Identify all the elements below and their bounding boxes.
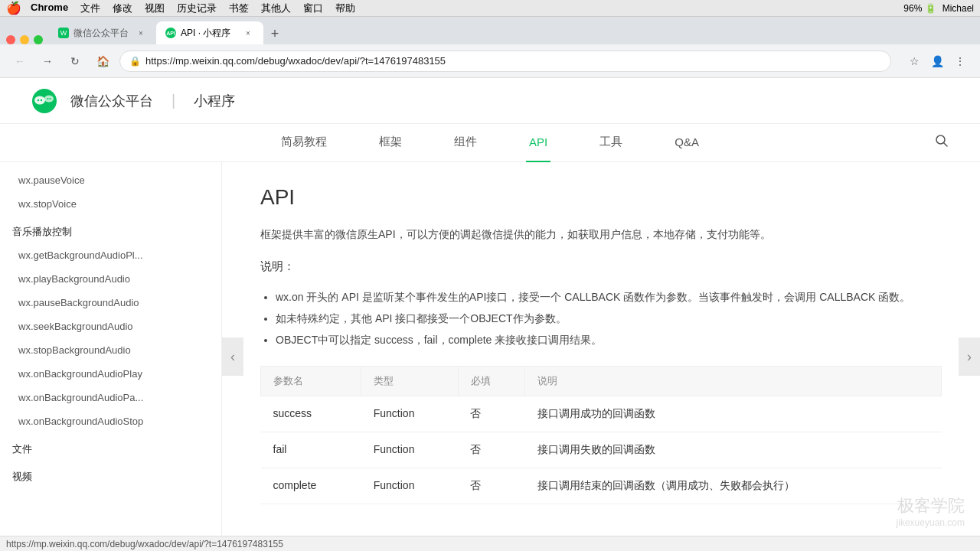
content-area: ‹ API 框架提供丰富的微信原生API，可以方便的调起微信提供的能力，如获取用… (222, 162, 980, 551)
tab-favicon-wechat: W (58, 28, 69, 38)
page-title: API (260, 185, 942, 210)
menu-edit[interactable]: 修改 (113, 2, 132, 15)
traffic-lights (6, 35, 43, 44)
header-divider: | (172, 92, 175, 109)
menu-file[interactable]: 文件 (80, 2, 100, 15)
main-container: wx.pauseVoice wx.stopVoice 音乐播放控制 wx.get… (0, 162, 980, 551)
page-description: 框架提供丰富的微信原生API，可以方便的调起微信提供的能力，如获取用户信息，本地… (260, 225, 942, 244)
svg-point-6 (50, 98, 51, 99)
tab-title-api: API · 小程序 (181, 27, 237, 40)
sidebar-group-music: 音乐播放控制 (0, 216, 221, 243)
address-bar: ← → ↻ 🏠 🔒 https://mp.weixin.qq.com/debug… (0, 44, 980, 78)
cell-success-type: Function (361, 396, 459, 432)
bullet-item-2: 如未特殊约定，其他 API 接口都接受一个OBJECT作为参数。 (276, 308, 942, 329)
col-header-required: 必填 (458, 367, 524, 396)
watermark-line2: jikexueyuan.com (897, 517, 965, 528)
mac-menubar: 🍎 Chrome 文件 修改 视图 历史记录 书签 其他人 窗口 帮助 96% … (0, 0, 980, 17)
sidebar-item-pausevoice[interactable]: wx.pauseVoice (0, 168, 221, 192)
mac-menu-items: Chrome 文件 修改 视图 历史记录 书签 其他人 窗口 帮助 (31, 2, 355, 15)
mac-status-icons: 96% 🔋 Michael (903, 3, 974, 14)
sidebar-item-pausebgaudio[interactable]: wx.pauseBackgroundAudio (0, 291, 221, 315)
miniprogram-name: 小程序 (194, 92, 235, 110)
ssl-lock-icon: 🔒 (129, 56, 141, 67)
cell-fail-desc: 接口调用失败的回调函数 (525, 432, 942, 468)
nav-item-qa[interactable]: Q&A (671, 124, 702, 162)
menu-view[interactable]: 视图 (145, 2, 165, 15)
watermark-line1: 极客学院 (897, 494, 965, 517)
sidebar-group-video: 视频 (0, 461, 221, 488)
table-row-success: success Function 否 接口调用成功的回调函数 (261, 396, 942, 432)
col-header-desc: 说明 (525, 367, 942, 396)
new-tab-button[interactable]: + (263, 23, 286, 44)
wechat-logo (31, 87, 58, 115)
sidebar-item-onbgaudiopa[interactable]: wx.onBackgroundAudioPa... (0, 386, 221, 409)
svg-line-8 (944, 143, 948, 147)
sidebar-group-file: 文件 (0, 433, 221, 461)
nav-item-gongju[interactable]: 工具 (596, 124, 626, 162)
bullet-list: wx.on 开头的 API 是监听某个事件发生的API接口，接受一个 CALLB… (276, 286, 942, 350)
wechat-platform-name: 微信公众平台 (70, 92, 153, 110)
watermark: 极客学院 jikexueyuan.com (897, 494, 965, 528)
carousel-next-button[interactable]: › (959, 337, 980, 376)
col-header-type: 类型 (361, 367, 459, 396)
nav-item-zujian[interactable]: 组件 (451, 124, 480, 162)
wechat-header: 微信公众平台 | 小程序 (0, 78, 980, 124)
cell-complete-desc: 接口调用结束的回调函数（调用成功、失败都会执行） (525, 468, 942, 504)
cell-fail-required: 否 (458, 432, 524, 468)
search-button[interactable] (934, 133, 949, 152)
nav-item-api[interactable]: API (526, 124, 550, 162)
svg-point-3 (38, 99, 39, 100)
tab-close-api[interactable]: × (242, 27, 254, 39)
table-row-complete: complete Function 否 接口调用结束的回调函数（调用成功、失败都… (261, 468, 942, 504)
cell-complete-type: Function (361, 468, 459, 504)
nav-item-kuangjia[interactable]: 框架 (376, 124, 405, 162)
app-name-menu[interactable]: Chrome (31, 2, 68, 15)
chrome-tabbar: W 微信公众平台 × API API · 小程序 × + (0, 17, 980, 44)
tab-title-wechat: 微信公众平台 (74, 27, 130, 40)
cell-fail-name: fail (261, 432, 361, 468)
status-bar: https://mp.weixin.qq.com/debug/wxadoc/de… (0, 536, 980, 551)
sidebar-item-getbgaudiopl[interactable]: wx.getBackgroundAudioPl... (0, 243, 221, 267)
sidebar-item-playbgaudio[interactable]: wx.playBackgroundAudio (0, 267, 221, 291)
menu-bookmarks[interactable]: 书签 (229, 2, 249, 15)
svg-point-1 (34, 96, 45, 104)
sidebar-item-onbgaudiostop[interactable]: wx.onBackgroundAudioStop (0, 409, 221, 433)
menu-window[interactable]: 窗口 (303, 2, 323, 15)
menu-history[interactable]: 历史记录 (177, 2, 217, 15)
carousel-prev-button[interactable]: ‹ (222, 337, 243, 376)
bullet-item-3: OBJECT中可以指定 success，fail，complete 来接收接口调… (276, 329, 942, 350)
col-header-name: 参数名 (261, 367, 361, 396)
forward-button[interactable]: → (37, 51, 58, 72)
maximize-traffic-light[interactable] (34, 35, 43, 44)
cell-success-desc: 接口调用成功的回调函数 (525, 396, 942, 432)
bookmark-star-button[interactable]: ☆ (903, 51, 925, 72)
bullet-item-1: wx.on 开头的 API 是监听某个事件发生的API接口，接受一个 CALLB… (276, 286, 942, 308)
sidebar-item-stopbgaudio[interactable]: wx.stopBackgroundAudio (0, 338, 221, 362)
refresh-button[interactable]: ↻ (64, 51, 86, 72)
sidebar-item-stopvoice[interactable]: wx.stopVoice (0, 192, 221, 216)
tab-favicon-api: API (165, 28, 176, 38)
sidebar-item-onbgaudioplay[interactable]: wx.onBackgroundAudioPlay (0, 362, 221, 386)
more-options-button[interactable]: ⋮ (949, 51, 971, 72)
svg-point-5 (47, 98, 49, 99)
sidebar-item-seekbgaudio[interactable]: wx.seekBackgroundAudio (0, 315, 221, 338)
menu-help[interactable]: 帮助 (335, 2, 355, 15)
tab-close-wechat[interactable]: × (135, 27, 147, 39)
url-text: https://mp.weixin.qq.com/debug/wxadoc/de… (145, 55, 881, 67)
tab-api-miniprogram[interactable]: API API · 小程序 × (156, 21, 263, 44)
user-profile-button[interactable]: 👤 (926, 51, 948, 72)
tab-wechat-platform[interactable]: W 微信公众平台 × (49, 21, 156, 44)
cell-complete-required: 否 (458, 468, 524, 504)
close-traffic-light[interactable] (6, 35, 15, 44)
url-bar[interactable]: 🔒 https://mp.weixin.qq.com/debug/wxadoc/… (119, 51, 891, 72)
svg-point-2 (44, 95, 54, 102)
apple-logo-icon: 🍎 (6, 1, 21, 15)
cell-success-required: 否 (458, 396, 524, 432)
cell-fail-type: Function (361, 432, 459, 468)
menu-people[interactable]: 其他人 (261, 2, 291, 15)
back-button[interactable]: ← (9, 51, 31, 72)
home-button[interactable]: 🏠 (92, 51, 113, 72)
minimize-traffic-light[interactable] (20, 35, 29, 44)
table-row-fail: fail Function 否 接口调用失败的回调函数 (261, 432, 942, 468)
nav-item-jianjiao[interactable]: 简易教程 (278, 124, 330, 162)
